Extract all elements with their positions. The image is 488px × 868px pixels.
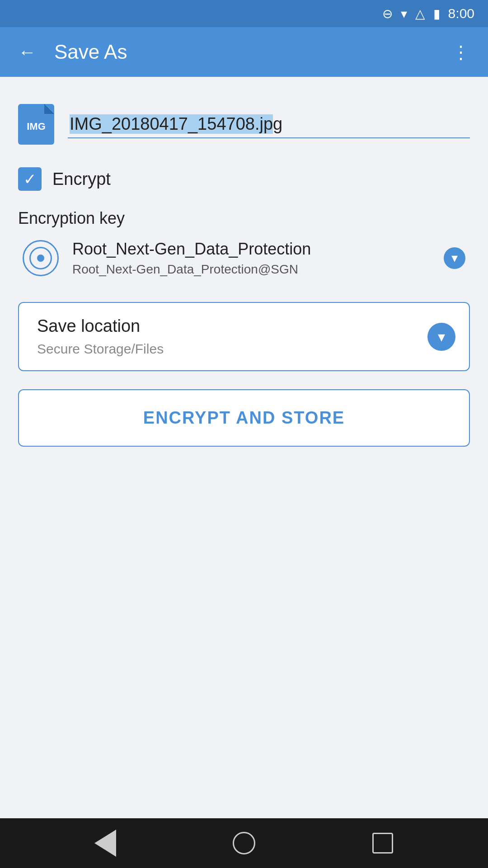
signal-icon: △ [415, 6, 425, 21]
filename-row: IMG [18, 99, 470, 149]
encryption-key-section: Encryption key Root_Next-Gen_Data_Protec… [18, 209, 470, 284]
nav-home-button[interactable] [228, 827, 260, 859]
encrypt-store-label: ENCRYPT AND STORE [143, 408, 345, 427]
encrypt-row: ✓ Encrypt [18, 167, 470, 191]
battery-icon: ▮ [433, 6, 440, 21]
spacer [18, 465, 470, 796]
encrypt-checkbox[interactable]: ✓ [18, 167, 42, 191]
key-info: Root_Next-Gen_Data_Protection Root_Next-… [72, 240, 430, 277]
key-name: Root_Next-Gen_Data_Protection [72, 240, 430, 259]
do-not-disturb-icon: ⊖ [382, 6, 393, 21]
more-options-button[interactable]: ⋮ [447, 37, 474, 67]
encryption-key-section-label: Encryption key [18, 209, 470, 228]
back-nav-icon [94, 830, 116, 857]
file-icon-text: IMG [27, 121, 46, 132]
save-location-chevron-icon: ▾ [438, 330, 445, 344]
nav-back-button[interactable] [89, 827, 121, 859]
home-nav-icon [233, 832, 255, 854]
filename-input[interactable] [68, 111, 470, 138]
app-bar: ← Save As ⋮ [0, 27, 488, 77]
key-sub: Root_Next-Gen_Data_Protection@SGN [72, 262, 430, 277]
page-title: Save As [54, 41, 434, 63]
content-area: IMG ✓ Encrypt Encryption key Root_Next-G… [0, 77, 488, 818]
bottom-navigation [0, 818, 488, 868]
back-button[interactable]: ← [14, 38, 41, 67]
file-icon: IMG [18, 104, 54, 145]
key-icon [23, 240, 59, 276]
clock: 8:00 [448, 6, 474, 21]
checkmark-icon: ✓ [23, 171, 36, 187]
key-row: Root_Next-Gen_Data_Protection Root_Next-… [18, 232, 470, 284]
status-bar: ⊖ ▾ △ ▮ 8:00 [0, 0, 488, 27]
back-icon: ← [18, 42, 36, 62]
wifi-icon: ▾ [401, 6, 407, 21]
save-location-path: Secure Storage/Files [37, 341, 164, 357]
key-icon-inner [29, 247, 52, 269]
save-location-arrow-button[interactable]: ▾ [427, 323, 455, 351]
save-location-title: Save location [37, 316, 164, 336]
status-icons: ⊖ ▾ △ ▮ 8:00 [382, 6, 474, 21]
save-location-dropdown[interactable]: Save location Secure Storage/Files ▾ [18, 302, 470, 371]
encrypt-and-store-button[interactable]: ENCRYPT AND STORE [18, 389, 470, 447]
nav-recents-button[interactable] [367, 827, 399, 859]
save-location-info: Save location Secure Storage/Files [37, 316, 164, 357]
recents-nav-icon [372, 833, 393, 854]
more-icon: ⋮ [452, 42, 470, 62]
encrypt-label: Encrypt [52, 170, 111, 189]
key-dropdown-button[interactable]: ▾ [444, 247, 465, 269]
chevron-down-icon: ▾ [451, 252, 458, 264]
